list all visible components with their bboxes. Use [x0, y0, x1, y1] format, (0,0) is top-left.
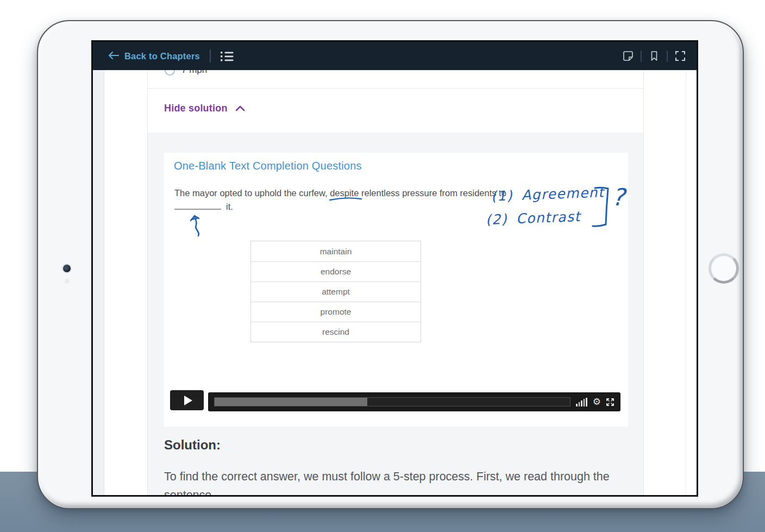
- back-to-chapters-link[interactable]: Back to Chapters: [108, 51, 200, 61]
- solution-section: One-Blank Text Completion Questions The …: [148, 133, 643, 495]
- hide-solution-toggle[interactable]: Hide solution: [148, 89, 643, 114]
- question-card: One-Blank Text Completion Questions The …: [164, 153, 628, 427]
- nav-divider: [210, 49, 211, 62]
- player-fullscreen-icon[interactable]: [606, 398, 614, 406]
- answer-option-row[interactable]: maintain: [251, 241, 421, 261]
- hide-solution-label: Hide solution: [164, 103, 228, 114]
- nav-divider: [667, 51, 668, 62]
- home-button[interactable]: [708, 253, 739, 284]
- left-arrow-icon: [108, 51, 119, 61]
- play-button[interactable]: [170, 390, 204, 410]
- app-viewport: Back to Chapters: [93, 42, 697, 495]
- answer-options-table: maintain endorse attempt promote rescind: [250, 241, 421, 342]
- play-icon: [184, 396, 192, 405]
- page-hairline: [686, 70, 686, 495]
- answer-option-row[interactable]: attempt: [251, 281, 421, 302]
- pen-bracket-stroke: [592, 185, 610, 232]
- answer-option-row[interactable]: endorse: [251, 261, 421, 281]
- chevron-up-icon: [235, 103, 245, 114]
- handwritten-annotations: (1)Agreement (2)Contrast: [486, 185, 643, 245]
- question-line-1: The mayor opted to uphold the curfew, de…: [174, 186, 506, 200]
- annotation-line-1: (1)Agreement: [491, 184, 605, 204]
- fullscreen-icon[interactable]: [675, 51, 686, 61]
- solution-heading: Solution:: [164, 437, 221, 453]
- answer-blank: [174, 202, 221, 210]
- nav-right-group: [623, 51, 686, 62]
- pen-question-mark: ?: [611, 183, 625, 211]
- tablet-frame: Back to Chapters: [37, 20, 744, 509]
- underlined-word: despite: [330, 188, 359, 198]
- list-icon[interactable]: [221, 51, 234, 61]
- radio-icon[interactable]: [165, 70, 175, 76]
- back-link-label: Back to Chapters: [124, 51, 200, 61]
- volume-bars-icon[interactable]: [576, 398, 587, 406]
- answer-option-row[interactable]: rescind: [251, 322, 421, 342]
- pen-underline-stroke: [329, 196, 362, 202]
- top-nav-bar: Back to Chapters: [93, 42, 697, 70]
- annotation-line-2: (2)Contrast: [486, 209, 581, 228]
- screen: Back to Chapters: [91, 40, 698, 497]
- question-suffix: it.: [226, 202, 233, 211]
- lesson-page: 7 mph Hide solution: [105, 70, 697, 495]
- pen-arrow-doodle: [189, 211, 204, 240]
- player-progress-fill: [215, 398, 367, 406]
- progress-track[interactable]: [214, 397, 570, 406]
- ambient-sensor-dot: [65, 279, 70, 284]
- camera-icon: [63, 265, 71, 272]
- nav-left-group: Back to Chapters: [108, 49, 234, 62]
- solution-paragraph: To find the correct answer, we must foll…: [164, 467, 630, 495]
- question-text: The mayor opted to uphold the curfew, de…: [174, 186, 506, 214]
- lesson-column: 7 mph Hide solution: [147, 70, 644, 495]
- left-gutter: [93, 70, 104, 495]
- gear-icon[interactable]: ⚙: [593, 397, 601, 406]
- video-controls-bar: ⚙: [208, 392, 620, 411]
- question-before: The mayor opted to uphold the curfew,: [174, 188, 330, 198]
- clipped-answer-option[interactable]: 7 mph: [148, 70, 643, 78]
- nav-divider: [641, 51, 642, 62]
- question-line-2: it.: [174, 200, 506, 214]
- bookmark-icon[interactable]: [649, 51, 660, 61]
- page: Back to Chapters: [0, 0, 765, 532]
- notes-icon[interactable]: [623, 51, 634, 61]
- card-title: One-Blank Text Completion Questions: [174, 160, 362, 172]
- answer-option-row[interactable]: promote: [251, 302, 421, 322]
- radio-option-label: 7 mph: [181, 70, 207, 76]
- question-after: relentless pressure from residents to: [359, 188, 506, 198]
